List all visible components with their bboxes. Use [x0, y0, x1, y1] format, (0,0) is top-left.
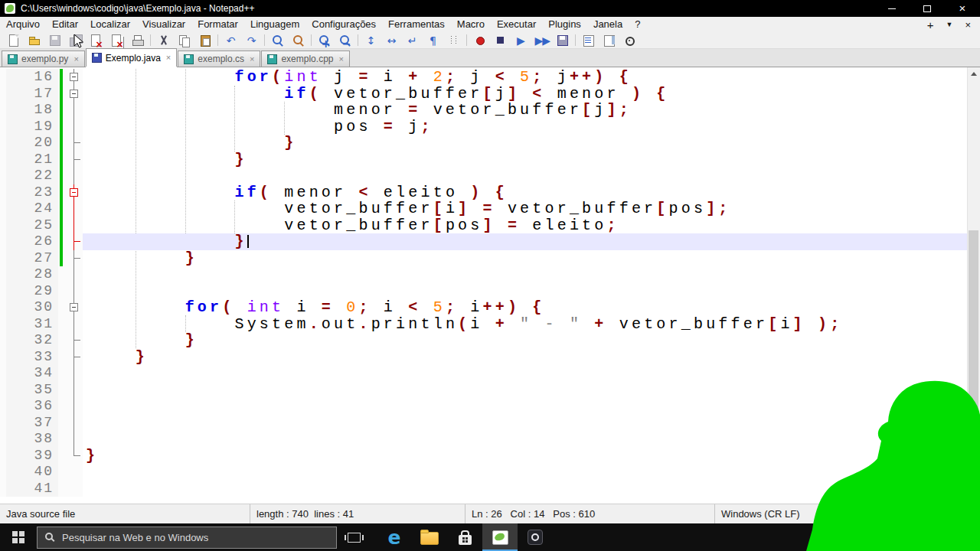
line-number[interactable]: 19 [6, 119, 58, 135]
save-file-button[interactable] [44, 33, 65, 48]
menu-plugins[interactable]: Plugins [542, 17, 587, 32]
scroll-up-arrow-icon[interactable] [968, 67, 980, 80]
save-macro-button[interactable] [552, 33, 573, 48]
menubar-plus-button[interactable]: + [927, 18, 934, 31]
bookmark-margin[interactable] [0, 69, 6, 86]
bookmark-margin[interactable] [0, 102, 6, 119]
menu-[interactable]: ? [629, 17, 646, 32]
bookmark-margin[interactable] [0, 299, 6, 316]
line-number[interactable]: 41 [6, 481, 58, 497]
obs-taskbar-button[interactable] [518, 523, 553, 551]
bookmark-margin[interactable] [0, 86, 6, 103]
line-number[interactable]: 31 [6, 316, 58, 333]
code-text[interactable] [83, 168, 980, 184]
edge-taskbar-button[interactable]: e [377, 523, 412, 551]
line-number[interactable]: 35 [6, 382, 58, 399]
line-number[interactable]: 26 [6, 233, 58, 250]
show-all-characters-button[interactable]: ¶ [423, 33, 443, 48]
bookmark-margin[interactable] [0, 365, 6, 382]
bookmark-margin[interactable] [0, 448, 6, 465]
menu-ferramentas[interactable]: Ferramentas [382, 17, 451, 32]
line-number[interactable]: 30 [6, 299, 58, 316]
start-recording-macro-button[interactable] [469, 33, 490, 48]
code-text[interactable]: for(int j = i + 2; j < 5; j++) { [83, 69, 980, 86]
code-text[interactable]: pos = j; [83, 119, 980, 135]
code-text[interactable]: } [83, 250, 980, 267]
tab-exemplo-cs[interactable]: exemplo.cs× [178, 51, 260, 67]
start-button[interactable] [0, 523, 37, 551]
code-text[interactable]: vetor_buffer[pos] = eleito; [83, 217, 980, 234]
close-tab-icon[interactable]: × [338, 55, 343, 64]
taskbar-search-input[interactable]: Pesquisar na Web e no Windows [37, 527, 337, 549]
find-button[interactable] [267, 33, 288, 48]
menu-executar[interactable]: Executar [491, 17, 542, 32]
tab-exemplo-py[interactable]: exemplo.py× [2, 51, 85, 67]
menu-configura-es[interactable]: Configurações [305, 17, 382, 32]
line-number[interactable]: 16 [6, 69, 58, 86]
bookmark-margin[interactable] [0, 415, 6, 432]
function-list-button[interactable] [578, 33, 599, 48]
close-tab-icon[interactable]: × [74, 55, 78, 64]
line-number[interactable]: 34 [6, 365, 58, 382]
line-number[interactable]: 29 [6, 283, 58, 300]
bookmark-margin[interactable] [0, 119, 6, 135]
fold-collapse-icon[interactable] [70, 303, 78, 311]
fold-collapse-icon[interactable] [70, 90, 78, 98]
code-text[interactable]: } [83, 332, 980, 349]
open-file-button[interactable] [24, 33, 44, 48]
line-number[interactable]: 17 [6, 86, 58, 103]
undo-button[interactable]: ↶ [220, 33, 241, 48]
tab-exemplo-cpp[interactable]: exemplo.cpp× [261, 51, 349, 67]
run-macro-multiple-times-button[interactable]: ▶▶ [531, 33, 552, 48]
tab-exemplo-java[interactable]: Exemplo.java× [86, 48, 177, 67]
bookmark-margin[interactable] [0, 233, 6, 250]
replace-button[interactable] [288, 33, 309, 48]
fold-collapse-icon[interactable] [70, 73, 78, 81]
code-text[interactable]: for( int i = 0; i < 5; i++) { [83, 299, 980, 316]
store-taskbar-button[interactable] [447, 523, 482, 551]
code-text[interactable] [83, 266, 980, 283]
new-file-button[interactable] [3, 33, 24, 48]
bookmark-margin[interactable] [0, 135, 6, 152]
close-file-button[interactable] [86, 33, 106, 48]
fold-collapse-icon[interactable] [70, 188, 78, 197]
notepadpp-taskbar-button[interactable] [482, 523, 518, 551]
stop-recording-macro-button[interactable] [490, 33, 511, 48]
line-number[interactable]: 27 [6, 250, 58, 267]
document-map-button[interactable] [599, 33, 619, 48]
bookmark-margin[interactable] [0, 217, 6, 234]
menu-localizar[interactable]: Localizar [84, 17, 136, 32]
line-number[interactable]: 36 [6, 398, 58, 415]
task-view-button[interactable] [337, 523, 371, 551]
code-text[interactable]: System.out.println(i + " - " + vetor_buf… [83, 316, 980, 333]
code-text[interactable] [83, 283, 980, 300]
monitoring-button[interactable] [619, 33, 640, 48]
bookmark-margin[interactable] [0, 464, 6, 481]
menubar-close-button[interactable]: × [965, 19, 971, 31]
close-all-button[interactable] [106, 33, 127, 48]
line-number[interactable]: 32 [6, 332, 58, 349]
code-text[interactable]: if( menor < eleito ) { [83, 184, 980, 201]
menu-janela[interactable]: Janela [587, 17, 629, 32]
bookmark-margin[interactable] [0, 398, 6, 415]
menu-arquivo[interactable]: Arquivo [0, 17, 46, 32]
bookmark-margin[interactable] [0, 168, 6, 184]
line-number[interactable]: 33 [6, 349, 58, 366]
code-text[interactable]: if( vetor_buffer[j] < menor ) { [83, 86, 980, 103]
line-number[interactable]: 18 [6, 102, 58, 119]
bookmark-margin[interactable] [0, 316, 6, 333]
close-window-button[interactable]: × [945, 0, 980, 17]
bookmark-margin[interactable] [0, 250, 6, 267]
code-text[interactable]: } [83, 233, 980, 250]
code-text[interactable]: } [83, 152, 980, 168]
cut-button[interactable] [153, 33, 174, 48]
line-number[interactable]: 25 [6, 217, 58, 234]
indent-guide-button[interactable] [443, 33, 464, 48]
code-text[interactable]: } [83, 349, 980, 366]
print-button[interactable] [127, 33, 148, 48]
bookmark-margin[interactable] [0, 349, 6, 366]
line-number[interactable]: 20 [6, 135, 58, 152]
bookmark-margin[interactable] [0, 332, 6, 349]
line-number[interactable]: 23 [6, 184, 58, 201]
minimize-button[interactable] [874, 0, 910, 17]
